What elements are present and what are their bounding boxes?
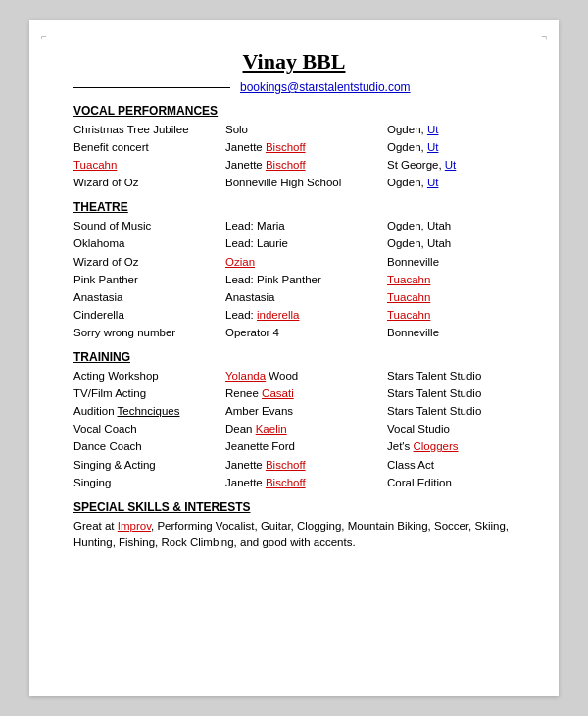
cloggers-link[interactable]: Cloggers bbox=[413, 440, 458, 452]
ut-link[interactable]: Ut bbox=[445, 159, 457, 171]
table-row: Wizard of Oz Ozian Bonneville bbox=[74, 254, 514, 270]
page-title: Vinay BBL bbox=[74, 49, 514, 75]
table-row: Audition Technciques Amber Evans Stars T… bbox=[74, 403, 514, 419]
table-row: Sorry wrong number Operator 4 Bonneville bbox=[74, 325, 514, 340]
col3: Ogden, Ut bbox=[387, 122, 514, 137]
tuacahn-link[interactable]: Tuacahn bbox=[387, 309, 430, 321]
col3: Ogden, Ut bbox=[387, 139, 514, 155]
col3: Bonneville bbox=[387, 254, 514, 270]
col3: Jet's Cloggers bbox=[387, 438, 514, 454]
improv-link[interactable]: Improv bbox=[118, 520, 151, 532]
tuacahn-link[interactable]: Tuacahn bbox=[74, 159, 117, 171]
corner-tl: ⌐ bbox=[41, 31, 47, 42]
col1: Pink Panther bbox=[74, 272, 225, 287]
table-row: Cinderella Lead: inderella Tuacahn bbox=[74, 307, 514, 323]
col1: Cinderella bbox=[74, 307, 225, 323]
bischoff-link[interactable]: Bischoff bbox=[266, 459, 306, 471]
table-row: Wizard of Oz Bonneville High School Ogde… bbox=[74, 175, 514, 190]
col2: Yolanda Wood bbox=[225, 368, 387, 384]
col2: Operator 4 bbox=[225, 325, 387, 340]
col2: Lead: Laurie bbox=[225, 235, 387, 251]
col1: Dance Coach bbox=[74, 438, 225, 454]
table-row: Pink Panther Lead: Pink Panther Tuacahn bbox=[74, 272, 514, 287]
col1: Anastasia bbox=[74, 289, 225, 305]
bischoff-link[interactable]: Bischoff bbox=[266, 159, 306, 171]
col2: Lead: Pink Panther bbox=[225, 272, 387, 287]
bischoff-link[interactable]: Bischoff bbox=[266, 141, 306, 153]
corner-tr: ¬ bbox=[541, 31, 547, 42]
col3: Ogden, Utah bbox=[387, 235, 514, 251]
col3: Class Act bbox=[387, 457, 514, 473]
skills-section: SPECIAL SKILLS & INTERESTS Great at Impr… bbox=[74, 500, 514, 552]
inderella-link[interactable]: inderella bbox=[257, 309, 299, 321]
col2: Renee Casati bbox=[225, 385, 387, 401]
col2: Amber Evans bbox=[225, 403, 387, 419]
ut-link[interactable]: Ut bbox=[427, 124, 439, 135]
ut-link[interactable]: Ut bbox=[427, 177, 439, 188]
table-row: Acting Workshop Yolanda Wood Stars Talen… bbox=[74, 368, 514, 384]
table-row: Vocal Coach Dean Kaelin Vocal Studio bbox=[74, 421, 514, 436]
col2: Janette Bischoff bbox=[225, 457, 387, 473]
col3: Stars Talent Studio bbox=[387, 403, 514, 419]
col3: St George, Ut bbox=[387, 157, 514, 173]
skills-title: SPECIAL SKILLS & INTERESTS bbox=[74, 500, 514, 514]
col3: Tuacahn bbox=[387, 272, 514, 287]
col2: Bonneville High School bbox=[225, 175, 387, 190]
email-link[interactable]: bookings@starstalentstudio.com bbox=[240, 80, 411, 94]
col3: Tuacahn bbox=[387, 307, 514, 323]
tuacahn-link[interactable]: Tuacahn bbox=[387, 274, 430, 285]
table-row: Singing & Acting Janette Bischoff Class … bbox=[74, 457, 514, 473]
col3: Vocal Studio bbox=[387, 421, 514, 436]
col2: Anastasia bbox=[225, 289, 387, 305]
table-row: Singing Janette Bischoff Coral Edition bbox=[74, 475, 514, 490]
col3: Stars Talent Studio bbox=[387, 368, 514, 384]
training-title: TRAINING bbox=[74, 350, 514, 364]
header: Vinay BBL bbox=[74, 49, 514, 75]
col1: Oklahoma bbox=[74, 235, 225, 251]
contact-bar bbox=[74, 87, 230, 88]
col1: Christmas Tree Jubilee bbox=[74, 122, 225, 137]
skills-text: Great at Improv, Performing Vocalist, Gu… bbox=[74, 518, 514, 552]
col2: Solo bbox=[225, 122, 387, 137]
col1: Singing bbox=[74, 475, 225, 490]
col2: Lead: inderella bbox=[225, 307, 387, 323]
col2: Janette Bischoff bbox=[225, 475, 387, 490]
col3: Ogden, Ut bbox=[387, 175, 514, 190]
table-row: Dance Coach Jeanette Ford Jet's Cloggers bbox=[74, 438, 514, 454]
col1: Tuacahn bbox=[74, 157, 225, 173]
table-row: TV/Film Acting Renee Casati Stars Talent… bbox=[74, 385, 514, 401]
col1: Acting Workshop bbox=[74, 368, 225, 384]
table-row: Benefit concert Janette Bischoff Ogden, … bbox=[74, 139, 514, 155]
col2: Janette Bischoff bbox=[225, 157, 387, 173]
bischoff-link[interactable]: Bischoff bbox=[266, 477, 306, 488]
col1: Wizard of Oz bbox=[74, 254, 225, 270]
col2: Lead: Maria bbox=[225, 218, 387, 233]
col2: Dean Kaelin bbox=[225, 421, 387, 436]
casati-link[interactable]: Casati bbox=[262, 387, 294, 399]
ut-link[interactable]: Ut bbox=[427, 141, 439, 153]
col1: Audition Technciques bbox=[74, 403, 225, 419]
col3: Tuacahn bbox=[387, 289, 514, 305]
kaelin-link[interactable]: Kaelin bbox=[256, 423, 287, 435]
theatre-title: THEATRE bbox=[74, 200, 514, 214]
col3: Ogden, Utah bbox=[387, 218, 514, 233]
col1: TV/Film Acting bbox=[74, 385, 225, 401]
theatre-section: THEATRE Sound of Music Lead: Maria Ogden… bbox=[74, 200, 514, 340]
vocal-section: VOCAL PERFORMANCES Christmas Tree Jubile… bbox=[74, 104, 514, 190]
col1: Benefit concert bbox=[74, 139, 225, 155]
contact-line: bookings@starstalentstudio.com bbox=[74, 80, 514, 94]
col3: Coral Edition bbox=[387, 475, 514, 490]
col2: Jeanette Ford bbox=[225, 438, 387, 454]
col1: Vocal Coach bbox=[74, 421, 225, 436]
col2: Janette Bischoff bbox=[225, 139, 387, 155]
col3: Stars Talent Studio bbox=[387, 385, 514, 401]
ozian-link[interactable]: Ozian bbox=[225, 256, 255, 268]
table-row: Sound of Music Lead: Maria Ogden, Utah bbox=[74, 218, 514, 233]
yolanda-link[interactable]: Yolanda bbox=[225, 370, 266, 382]
col1: Sound of Music bbox=[74, 218, 225, 233]
technciques-underline: Technciques bbox=[118, 405, 180, 417]
col1: Wizard of Oz bbox=[74, 175, 225, 190]
tuacahn-link[interactable]: Tuacahn bbox=[387, 291, 430, 303]
table-row: Oklahoma Lead: Laurie Ogden, Utah bbox=[74, 235, 514, 251]
table-row: Anastasia Anastasia Tuacahn bbox=[74, 289, 514, 305]
